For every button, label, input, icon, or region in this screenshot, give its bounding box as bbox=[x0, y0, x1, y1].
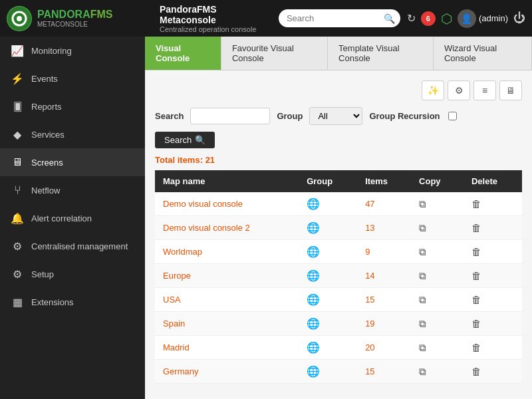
col-map-name: Map name bbox=[155, 170, 299, 192]
user-area[interactable]: 👤 (admin) bbox=[458, 9, 508, 28]
map-name-link[interactable]: USA bbox=[163, 295, 181, 305]
copy-icon[interactable]: ⧉ bbox=[419, 342, 426, 353]
col-group: Group bbox=[299, 170, 357, 192]
brand-name: PANDORAFMS bbox=[37, 9, 112, 21]
sidebar-item-services[interactable]: ◆ Services bbox=[0, 120, 145, 148]
sidebar-item-alert-correlation[interactable]: 🔔 Alert correlation bbox=[0, 204, 145, 232]
svg-point-2 bbox=[17, 16, 22, 21]
sidebar-item-netflow[interactable]: ⑂ Netflow bbox=[0, 176, 145, 204]
group-globe-icon: 🌐 bbox=[307, 342, 320, 353]
map-name-link[interactable]: Demo visual console 2 bbox=[163, 223, 250, 233]
copy-icon[interactable]: ⧉ bbox=[419, 198, 426, 209]
cell-group: 🌐 bbox=[299, 360, 357, 384]
delete-icon[interactable]: 🗑 bbox=[471, 246, 481, 257]
delete-icon[interactable]: 🗑 bbox=[471, 198, 481, 209]
map-name-link[interactable]: Madrid bbox=[163, 342, 190, 352]
search-filter-input[interactable] bbox=[190, 108, 270, 124]
content-area: ✨ ⚙ ≡ 🖥 Search Group All Group1 Group2 G… bbox=[145, 70, 532, 394]
group-recursion-checkbox[interactable] bbox=[448, 112, 457, 120]
sidebar-item-screens[interactable]: 🖥 Screens bbox=[0, 148, 145, 176]
copy-icon[interactable]: ⧉ bbox=[419, 294, 426, 305]
items-count: 13 bbox=[365, 223, 374, 233]
toolbar-btn-magic[interactable]: ✨ bbox=[422, 80, 444, 100]
map-name-link[interactable]: Worldmap bbox=[163, 247, 202, 257]
copy-icon[interactable]: ⧉ bbox=[419, 318, 426, 329]
cell-items: 20 bbox=[357, 336, 411, 360]
delete-icon[interactable]: 🗑 bbox=[471, 222, 481, 233]
toolbar-btn-display[interactable]: 🖥 bbox=[499, 80, 522, 100]
items-count: 15 bbox=[365, 366, 374, 376]
delete-icon[interactable]: 🗑 bbox=[471, 270, 481, 281]
group-globe-icon: 🌐 bbox=[307, 366, 320, 377]
global-search-input[interactable] bbox=[284, 9, 384, 27]
search-button[interactable]: Search 🔍 bbox=[155, 132, 215, 148]
delete-icon[interactable]: 🗑 bbox=[471, 318, 481, 329]
delete-icon[interactable]: 🗑 bbox=[471, 342, 481, 353]
table-row: Europe 🌐 14 ⧉ 🗑 bbox=[155, 264, 522, 288]
map-name-link[interactable]: Demo visual console bbox=[163, 199, 243, 209]
app-title: PandoraFMS Metaconsole bbox=[160, 4, 272, 25]
group-globe-icon: 🌐 bbox=[307, 222, 320, 233]
app-title-area: PandoraFMS Metaconsole Centralized opera… bbox=[153, 4, 272, 33]
col-copy: Copy bbox=[411, 170, 464, 192]
brand-subtitle: METACONSOLE bbox=[37, 21, 112, 28]
map-name-link[interactable]: Germany bbox=[163, 366, 198, 376]
copy-icon[interactable]: ⧉ bbox=[419, 222, 426, 233]
search-btn-icon: 🔍 bbox=[195, 135, 205, 145]
total-items-count: 21 bbox=[205, 155, 215, 165]
cell-group: 🌐 bbox=[299, 312, 357, 336]
total-items-label: Total items: bbox=[155, 155, 203, 165]
cell-delete: 🗑 bbox=[464, 312, 522, 336]
sidebar-item-extensions[interactable]: ▦ Extensions bbox=[0, 288, 145, 316]
refresh-icon[interactable]: ↻ bbox=[407, 12, 416, 25]
cell-copy: ⧉ bbox=[411, 336, 464, 360]
sidebar-item-centralised-management[interactable]: ⚙ Centralised management bbox=[0, 232, 145, 260]
delete-icon[interactable]: 🗑 bbox=[471, 366, 481, 377]
cell-group: 🌐 bbox=[299, 336, 357, 360]
cell-map-name: USA bbox=[155, 288, 299, 312]
sidebar-item-reports[interactable]: 🂠 Reports bbox=[0, 92, 145, 120]
group-globe-icon: 🌐 bbox=[307, 294, 320, 305]
items-count: 15 bbox=[365, 295, 374, 305]
toolbar-btn-settings[interactable]: ⚙ bbox=[448, 80, 470, 100]
global-search-box[interactable]: 🔍 bbox=[279, 9, 400, 27]
tab-template-visual-console[interactable]: Template Visual Console bbox=[328, 37, 434, 70]
logo-icon bbox=[7, 6, 32, 31]
total-items-info: Total items: 21 bbox=[155, 155, 522, 165]
copy-icon[interactable]: ⧉ bbox=[419, 366, 426, 377]
copy-icon[interactable]: ⧉ bbox=[419, 270, 426, 281]
tab-wizard-visual-console[interactable]: Wizard Visual Console bbox=[434, 37, 532, 70]
items-count: 20 bbox=[365, 342, 374, 352]
cell-delete: 🗑 bbox=[464, 360, 522, 384]
sidebar-label-screens: Screens bbox=[31, 158, 63, 168]
group-recursion-label: Group Recursion bbox=[369, 111, 440, 121]
group-globe-icon: 🌐 bbox=[307, 270, 320, 281]
cell-delete: 🗑 bbox=[464, 240, 522, 264]
tab-visual-console[interactable]: Visual Console bbox=[145, 37, 221, 70]
group-globe-icon: 🌐 bbox=[307, 198, 320, 209]
cell-delete: 🗑 bbox=[464, 288, 522, 312]
cell-copy: ⧉ bbox=[411, 360, 464, 384]
sidebar-item-setup[interactable]: ⚙ Setup bbox=[0, 260, 145, 288]
delete-icon[interactable]: 🗑 bbox=[471, 294, 481, 305]
group-filter-select[interactable]: All Group1 Group2 bbox=[309, 107, 362, 125]
tab-favourite-visual-console[interactable]: Favourite Visual Console bbox=[221, 37, 328, 70]
sidebar-item-monitoring[interactable]: 📈 Monitoring bbox=[0, 37, 145, 65]
cell-map-name: Madrid bbox=[155, 336, 299, 360]
layout: 📈 Monitoring ⚡ Events 🂠 Reports ◆ Servic… bbox=[0, 37, 532, 399]
logout-icon[interactable]: ⏻ bbox=[513, 11, 525, 25]
map-name-link[interactable]: Spain bbox=[163, 319, 185, 329]
notifications-badge[interactable]: 6 bbox=[421, 11, 436, 26]
screens-icon: 🖥 bbox=[10, 155, 25, 170]
cell-group: 🌐 bbox=[299, 240, 357, 264]
cell-delete: 🗑 bbox=[464, 216, 522, 240]
map-name-link[interactable]: Europe bbox=[163, 271, 191, 281]
cell-items: 15 bbox=[357, 360, 411, 384]
filter-row: Search Group All Group1 Group2 Group Rec… bbox=[155, 107, 522, 148]
copy-icon[interactable]: ⧉ bbox=[419, 246, 426, 257]
toolbar-btn-list[interactable]: ≡ bbox=[473, 80, 496, 100]
user-name: (admin) bbox=[479, 13, 508, 23]
logo-text: PANDORAFMS METACONSOLE bbox=[37, 9, 112, 28]
sidebar-item-events[interactable]: ⚡ Events bbox=[0, 65, 145, 92]
header: PANDORAFMS METACONSOLE PandoraFMS Metaco… bbox=[0, 0, 532, 37]
